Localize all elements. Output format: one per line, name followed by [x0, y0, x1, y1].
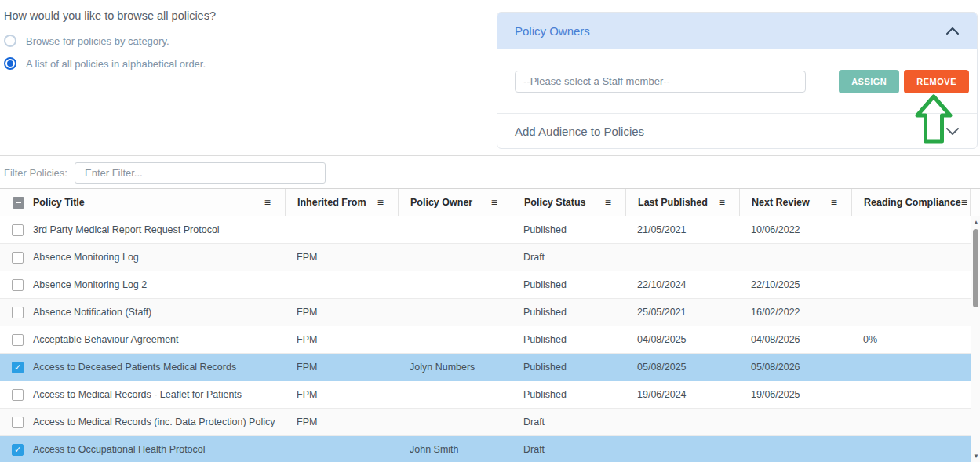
cell-reading-compliance — [851, 381, 971, 408]
column-menu-icon[interactable]: ≡ — [491, 197, 497, 208]
cell-inherited-from — [285, 216, 398, 243]
table-row[interactable]: Access to Occupational Health Protocol J… — [0, 436, 971, 462]
cell-inherited-from — [285, 436, 398, 462]
cell-policy-title: Absence Notification (Staff) — [33, 299, 285, 326]
table-row[interactable]: Acceptable Behaviour Agreement FPM Publi… — [0, 326, 971, 354]
row-checkbox[interactable] — [12, 252, 24, 264]
browse-options-block: How would you like to browse all policie… — [4, 9, 216, 80]
table-row[interactable]: Access to Medical Records - Leaflet for … — [0, 381, 971, 409]
table-row[interactable]: Absence Monitoring Log FPM Draft — [0, 244, 971, 271]
cell-policy-owner — [398, 409, 512, 435]
row-checkbox[interactable] — [12, 307, 24, 318]
filter-input[interactable] — [75, 162, 326, 184]
column-header-reading-compliance[interactable]: Reading Compliance ≡ — [851, 189, 971, 216]
column-header-next-review[interactable]: Next Review ≡ — [739, 189, 851, 216]
row-checkbox[interactable] — [12, 417, 24, 428]
cell-reading-compliance — [851, 216, 971, 243]
column-menu-icon[interactable]: ≡ — [264, 197, 271, 208]
cell-policy-owner — [398, 244, 512, 271]
table-row[interactable]: Access to Medical Records (inc. Data Pro… — [0, 409, 971, 436]
cell-inherited-from: FPM — [285, 299, 398, 326]
column-menu-icon[interactable]: ≡ — [377, 197, 384, 208]
policy-owners-panel-body: ASSIGN REMOVE — [497, 49, 977, 114]
row-checkbox[interactable] — [12, 334, 24, 346]
cell-policy-status: Published — [512, 299, 625, 326]
column-header-inherited-from[interactable]: Inherited From ≡ — [285, 189, 398, 216]
cell-policy-status: Published — [512, 354, 625, 380]
table-row[interactable]: Access to Deceased Patients Medical Reco… — [0, 354, 971, 381]
row-checkbox[interactable] — [12, 279, 24, 291]
column-header-policy-status[interactable]: Policy Status ≡ — [512, 189, 625, 216]
chevron-up-icon[interactable] — [945, 27, 960, 36]
browse-question: How would you like to browse all policie… — [4, 9, 216, 22]
cell-policy-owner — [398, 381, 512, 408]
row-checkbox[interactable] — [12, 444, 24, 456]
cell-policy-status: Published — [512, 381, 625, 408]
vertical-scrollbar[interactable]: ▲ ▼ — [971, 216, 980, 462]
policy-management-screen: How would you like to browse all policie… — [0, 0, 980, 462]
cell-reading-compliance — [851, 354, 971, 380]
table-row[interactable]: Absence Notification (Staff) FPM Publish… — [0, 299, 971, 326]
column-header-policy-title[interactable]: Policy Title ≡ — [33, 189, 285, 216]
cell-next-review — [739, 436, 851, 462]
radio-option-alphabetical-list[interactable]: A list of all policies in alphabetical o… — [4, 57, 216, 70]
cell-reading-compliance: 0% — [851, 326, 971, 353]
cell-policy-owner: Jolyn Numbers — [398, 354, 512, 380]
cell-last-published: 19/06/2024 — [625, 381, 739, 408]
filter-row: Filter Policies: — [0, 157, 980, 188]
cell-next-review: 05/08/2026 — [739, 354, 851, 380]
radio-selected-icon[interactable] — [4, 57, 16, 70]
cell-policy-title: Access to Medical Records - Leaflet for … — [33, 381, 285, 408]
filter-label: Filter Policies: — [4, 167, 67, 179]
cell-reading-compliance — [851, 271, 971, 298]
assign-button[interactable]: ASSIGN — [839, 70, 899, 93]
cell-policy-title: Acceptable Behaviour Agreement — [33, 326, 285, 353]
scroll-down-icon[interactable]: ▼ — [971, 452, 980, 461]
cell-policy-owner: John Smith — [398, 436, 512, 462]
cell-inherited-from: FPM — [285, 326, 398, 353]
staff-member-select[interactable] — [515, 71, 806, 93]
cell-reading-compliance — [851, 409, 971, 435]
policy-owners-panel: Policy Owners ASSIGN REMOVE Add Audience… — [497, 12, 978, 149]
cell-policy-title: Access to Medical Records (inc. Data Pro… — [33, 409, 285, 435]
radio-option-browse-by-category[interactable]: Browse for policies by category. — [4, 35, 216, 47]
scroll-up-icon[interactable]: ▲ — [971, 218, 980, 227]
cell-policy-title: Absence Monitoring Log 2 — [33, 271, 285, 298]
panel-title: Add Audience to Policies — [515, 125, 644, 138]
cell-policy-title: 3rd Party Medical Report Request Protoco… — [33, 216, 285, 243]
add-audience-panel-header[interactable]: Add Audience to Policies — [497, 114, 977, 148]
cell-last-published: 25/05/2021 — [625, 299, 739, 326]
cell-policy-owner — [398, 271, 512, 298]
cell-last-published — [625, 436, 739, 462]
table-row[interactable]: Absence Monitoring Log 2 Published 22/10… — [0, 271, 971, 299]
column-menu-icon[interactable]: ≡ — [961, 197, 967, 208]
cell-policy-title: Access to Occupational Health Protocol — [33, 436, 285, 462]
cell-policy-title: Absence Monitoring Log — [33, 244, 285, 271]
cell-next-review: 19/06/2025 — [739, 381, 851, 408]
column-header-last-published[interactable]: Last Published ≡ — [625, 189, 739, 216]
column-menu-icon[interactable]: ≡ — [831, 197, 837, 208]
column-menu-icon[interactable]: ≡ — [719, 197, 725, 208]
row-checkbox[interactable] — [12, 389, 24, 401]
policy-owners-panel-header[interactable]: Policy Owners — [497, 13, 977, 49]
cell-reading-compliance — [851, 244, 971, 271]
row-checkbox[interactable] — [12, 362, 24, 373]
scrollbar-thumb[interactable] — [973, 229, 978, 307]
cell-next-review — [739, 244, 851, 271]
column-menu-icon[interactable]: ≡ — [605, 197, 611, 208]
table-header: Policy Title ≡ Inherited From ≡ Policy O… — [0, 189, 980, 216]
cell-last-published — [625, 409, 739, 435]
cell-last-published: 04/08/2025 — [625, 326, 739, 353]
row-checkbox[interactable] — [12, 224, 24, 236]
cell-inherited-from: FPM — [285, 354, 398, 380]
radio-label: A list of all policies in alphabetical o… — [26, 58, 206, 70]
remove-button[interactable]: REMOVE — [904, 70, 969, 93]
cell-policy-status: Published — [512, 326, 625, 353]
select-all-checkbox[interactable] — [13, 197, 24, 209]
cell-policy-status: Draft — [512, 244, 625, 271]
column-header-policy-owner[interactable]: Policy Owner ≡ — [398, 189, 512, 216]
panel-title: Policy Owners — [515, 24, 590, 38]
radio-unselected-icon[interactable] — [4, 35, 16, 47]
cell-last-published: 21/05/2021 — [625, 216, 739, 243]
table-row[interactable]: 3rd Party Medical Report Request Protoco… — [0, 216, 971, 244]
